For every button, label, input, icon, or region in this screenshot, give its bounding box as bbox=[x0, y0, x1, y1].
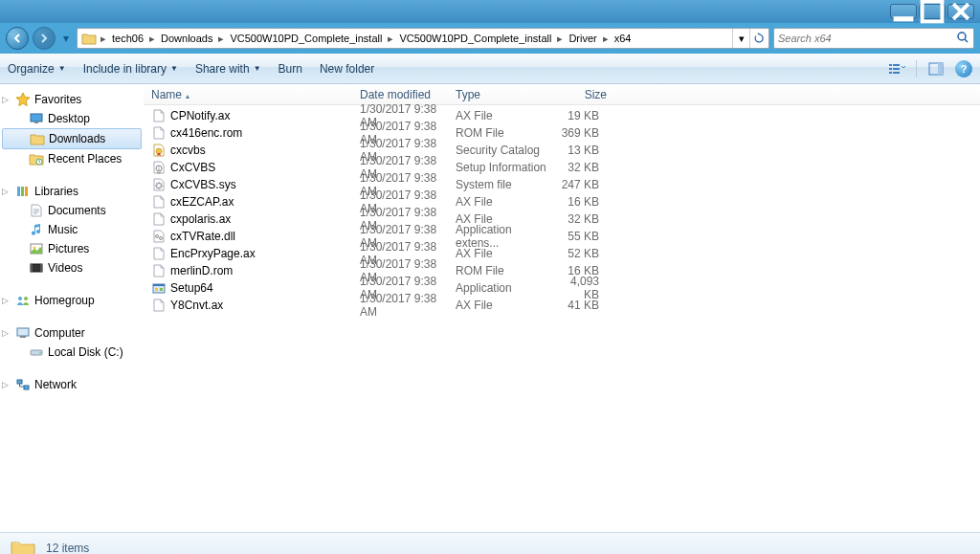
file-size: 41 KB bbox=[555, 299, 612, 312]
file-date: 1/30/2017 9:38 AM bbox=[354, 292, 450, 319]
folder-icon bbox=[10, 537, 36, 554]
file-row[interactable]: Y8Cnvt.ax1/30/2017 9:38 AMAX File41 KB bbox=[144, 297, 980, 314]
file-type: AX File bbox=[450, 109, 555, 122]
svg-point-23 bbox=[24, 297, 28, 300]
back-button[interactable] bbox=[6, 27, 29, 50]
breadcrumb-segment[interactable]: Driver bbox=[565, 33, 600, 44]
chevron-right-icon: ▸ bbox=[147, 33, 157, 45]
file-size: 13 KB bbox=[555, 144, 612, 157]
nav-videos[interactable]: Videos bbox=[0, 258, 144, 277]
column-size[interactable]: Size bbox=[555, 88, 612, 101]
file-name: Y8Cnvt.ax bbox=[170, 299, 223, 312]
help-button[interactable]: ? bbox=[955, 60, 972, 78]
svg-rect-21 bbox=[40, 264, 42, 272]
file-size: 369 KB bbox=[555, 126, 612, 140]
minimize-button[interactable] bbox=[890, 4, 917, 19]
file-name: cxcvbs bbox=[170, 144, 206, 157]
share-menu[interactable]: Share with▼ bbox=[195, 62, 261, 76]
file-row[interactable]: cxEZCAP.ax1/30/2017 9:38 AMAX File16 KB bbox=[144, 193, 980, 211]
file-row[interactable]: CPNotify.ax1/30/2017 9:38 AMAX File19 KB bbox=[144, 107, 980, 124]
include-library-menu[interactable]: Include in library▼ bbox=[83, 62, 178, 76]
view-options-button[interactable] bbox=[885, 58, 908, 79]
file-icon bbox=[151, 194, 167, 210]
libraries-group[interactable]: ▷ Libraries bbox=[0, 182, 144, 201]
star-icon bbox=[15, 92, 31, 107]
sort-indicator-icon: ▴ bbox=[186, 92, 189, 100]
breadcrumb-segment[interactable]: VC500W10PD_Complete_install bbox=[395, 33, 555, 44]
forward-button[interactable] bbox=[33, 27, 56, 50]
svg-rect-6 bbox=[893, 68, 900, 70]
svg-rect-0 bbox=[894, 16, 914, 21]
file-type: System file bbox=[450, 178, 555, 191]
column-date[interactable]: Date modified bbox=[354, 88, 450, 101]
svg-rect-38 bbox=[160, 288, 163, 291]
documents-icon bbox=[29, 203, 44, 218]
svg-rect-11 bbox=[31, 114, 42, 122]
chevron-right-icon: ▸ bbox=[99, 33, 108, 45]
history-dropdown[interactable]: ▾ bbox=[59, 29, 73, 48]
file-row[interactable]: CxCVBS.sys1/30/2017 9:38 AMSystem file24… bbox=[144, 176, 980, 193]
file-row[interactable]: Setup641/30/2017 9:38 AMApplication4,093… bbox=[144, 279, 980, 297]
pictures-icon bbox=[29, 241, 44, 256]
folder-icon bbox=[30, 131, 45, 146]
favorites-group[interactable]: ▷ Favorites bbox=[0, 90, 144, 109]
nav-documents[interactable]: Documents bbox=[0, 201, 144, 220]
svg-rect-7 bbox=[889, 72, 892, 74]
file-icon bbox=[151, 160, 167, 175]
drive-icon bbox=[29, 344, 44, 360]
svg-rect-5 bbox=[889, 68, 892, 70]
address-bar[interactable]: ▸ tech06 ▸ Downloads ▸ VC500W10PD_Comple… bbox=[77, 28, 769, 49]
column-headers: Name▴ Date modified Type Size bbox=[144, 84, 980, 105]
svg-point-22 bbox=[18, 297, 22, 300]
breadcrumb-segment[interactable]: VC500W10PD_Complete_install bbox=[226, 33, 386, 44]
organize-menu[interactable]: Organize▼ bbox=[8, 62, 66, 76]
computer-label: Computer bbox=[34, 326, 85, 340]
homegroup-group[interactable]: ▷ Homegroup bbox=[0, 291, 144, 310]
music-icon bbox=[29, 222, 44, 237]
file-type: ROM File bbox=[450, 126, 555, 140]
breadcrumb-segment[interactable]: Downloads bbox=[157, 33, 216, 44]
svg-rect-20 bbox=[31, 264, 33, 272]
preview-pane-button[interactable] bbox=[924, 58, 947, 79]
search-input[interactable] bbox=[778, 33, 956, 44]
homegroup-icon bbox=[15, 293, 31, 308]
nav-pictures[interactable]: Pictures bbox=[0, 239, 144, 258]
file-row[interactable]: EncPrxyPage.ax1/30/2017 9:38 AMAX File52… bbox=[144, 245, 980, 262]
search-box[interactable] bbox=[773, 28, 974, 49]
file-row[interactable]: cxpolaris.ax1/30/2017 9:38 AMAX File32 K… bbox=[144, 211, 980, 228]
nav-item-label: Documents bbox=[48, 204, 106, 217]
file-size: 32 KB bbox=[555, 161, 612, 174]
close-button[interactable] bbox=[947, 4, 974, 19]
nav-music[interactable]: Music bbox=[0, 220, 144, 239]
file-size: 247 KB bbox=[555, 178, 612, 191]
nav-local-disk[interactable]: Local Disk (C:) bbox=[0, 343, 144, 362]
refresh-button[interactable] bbox=[749, 29, 767, 48]
file-row[interactable]: CxCVBS1/30/2017 9:38 AMSetup Information… bbox=[144, 159, 980, 176]
file-name: CxCVBS bbox=[170, 161, 215, 174]
libraries-icon bbox=[15, 184, 31, 199]
breadcrumb-segment[interactable]: tech06 bbox=[108, 33, 147, 44]
file-row[interactable]: cxTVRate.dll1/30/2017 9:38 AMApplication… bbox=[144, 228, 980, 245]
file-row[interactable]: cxcvbs1/30/2017 9:38 AMSecurity Catalog1… bbox=[144, 142, 980, 159]
column-name[interactable]: Name▴ bbox=[144, 88, 354, 101]
column-type[interactable]: Type bbox=[450, 88, 555, 101]
burn-button[interactable]: Burn bbox=[278, 62, 302, 76]
file-type: AX File bbox=[450, 195, 555, 209]
file-type: Application extens... bbox=[450, 223, 555, 250]
new-folder-button[interactable]: New folder bbox=[320, 62, 374, 76]
network-group[interactable]: ▷ Network bbox=[0, 375, 144, 394]
address-dropdown[interactable]: ▾ bbox=[732, 29, 749, 48]
maximize-button[interactable] bbox=[919, 4, 946, 19]
nav-recent-places[interactable]: Recent Places bbox=[0, 149, 144, 168]
breadcrumb-segment[interactable]: x64 bbox=[611, 33, 635, 44]
svg-rect-16 bbox=[25, 187, 28, 196]
svg-rect-3 bbox=[889, 64, 892, 66]
computer-group[interactable]: ▷ Computer bbox=[0, 323, 144, 343]
svg-rect-37 bbox=[155, 288, 158, 291]
nav-downloads[interactable]: Downloads bbox=[2, 128, 142, 149]
svg-rect-12 bbox=[34, 122, 38, 123]
file-row[interactable]: cx416enc.rom1/30/2017 9:38 AMROM File369… bbox=[144, 124, 980, 142]
nav-desktop[interactable]: Desktop bbox=[0, 109, 144, 128]
file-size: 55 KB bbox=[555, 230, 612, 243]
file-icon bbox=[151, 143, 167, 158]
